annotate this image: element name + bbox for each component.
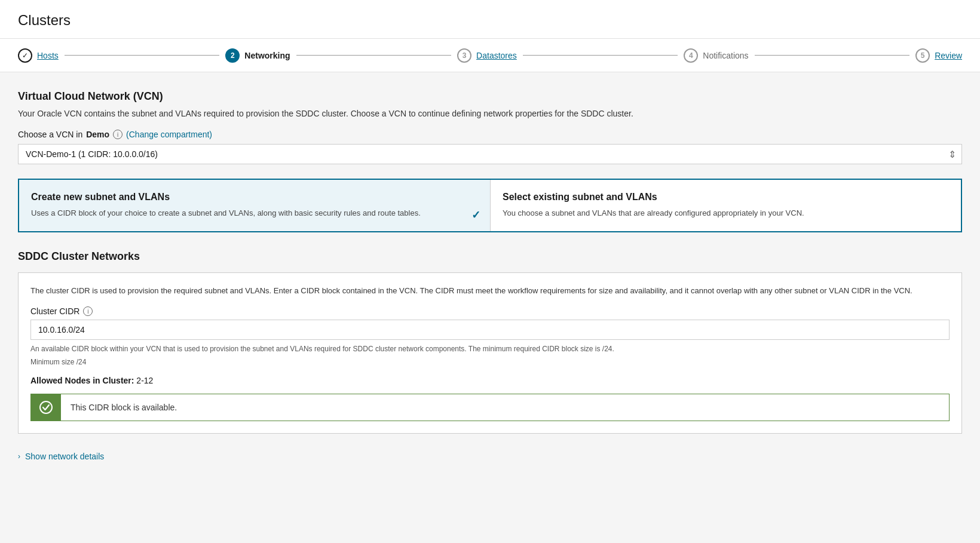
availability-check-icon	[31, 394, 61, 421]
create-new-title: Create new subnet and VLANs	[31, 192, 478, 203]
step-notifications-label: Notifications	[703, 51, 748, 60]
compartment-name: Demo	[86, 130, 109, 139]
connector-4	[755, 55, 910, 56]
step-review-label[interactable]: Review	[935, 51, 962, 60]
chevron-right-icon: ›	[18, 452, 20, 461]
step-hosts-label[interactable]: Hosts	[37, 51, 59, 60]
svg-point-0	[40, 401, 52, 413]
step-notifications-circle: 4	[684, 48, 698, 63]
allowed-nodes-row: Allowed Nodes in Cluster: 2-12	[30, 376, 950, 385]
cidr-label-row: Cluster CIDR i	[30, 306, 950, 316]
show-network-details[interactable]: › Show network details	[18, 446, 962, 467]
allowed-nodes-value-text: 2-12	[136, 376, 153, 385]
availability-text: This CIDR block is available.	[61, 397, 186, 418]
step-networking-label: Networking	[244, 51, 290, 60]
step-review-circle: 5	[915, 48, 930, 63]
connector-3	[523, 55, 678, 56]
compartment-info-icon[interactable]: i	[113, 130, 122, 139]
availability-banner: This CIDR block is available.	[30, 394, 950, 421]
step-networking: 2 Networking	[225, 48, 290, 63]
vcn-select-wrapper: VCN-Demo-1 (1 CIDR: 10.0.0.0/16) ⇕	[18, 144, 962, 164]
sddc-section-title: SDDC Cluster Networks	[18, 250, 962, 263]
choose-vcn-text: Choose a VCN in	[18, 130, 82, 139]
cidr-input[interactable]	[30, 320, 950, 340]
select-existing-title: Select existing subnet and VLANs	[503, 192, 949, 203]
step-networking-circle: 2	[225, 48, 240, 63]
step-datastores-label[interactable]: Datastores	[476, 51, 517, 60]
vcn-select[interactable]: VCN-Demo-1 (1 CIDR: 10.0.0.0/16)	[18, 144, 962, 164]
vcn-section-title: Virtual Cloud Network (VCN)	[18, 90, 962, 103]
create-new-desc: Uses a CIDR block of your choice to crea…	[31, 207, 478, 219]
cidr-hint-1: An available CIDR block within your VCN …	[30, 343, 950, 354]
option-cards-container: Create new subnet and VLANs Uses a CIDR …	[18, 179, 962, 232]
select-existing-desc: You choose a subnet and VLANs that are a…	[503, 207, 949, 219]
step-datastores-circle: 3	[457, 48, 471, 63]
option-card-create-new[interactable]: Create new subnet and VLANs Uses a CIDR …	[19, 180, 490, 231]
sddc-info-text: The cluster CIDR is used to provision th…	[30, 285, 950, 297]
cidr-hint-2: Minimum size /24	[30, 357, 950, 367]
cidr-label-text: Cluster CIDR	[30, 306, 79, 316]
step-datastores[interactable]: 3 Datastores	[457, 48, 517, 63]
connector-1	[65, 55, 220, 56]
vcn-label-row: Choose a VCN in Demo i (Change compartme…	[18, 130, 962, 139]
page-title: Clusters	[0, 0, 980, 39]
step-hosts[interactable]: ✓ Hosts	[18, 48, 59, 63]
show-network-details-label[interactable]: Show network details	[25, 452, 104, 461]
step-review[interactable]: 5 Review	[915, 48, 962, 63]
cidr-info-icon[interactable]: i	[83, 306, 93, 316]
stepper: ✓ Hosts 2 Networking 3 Datastores 4 Noti…	[0, 39, 980, 72]
connector-2	[296, 55, 452, 56]
vcn-section-desc: Your Oracle VCN contains the subnet and …	[18, 108, 962, 120]
option-card-select-existing[interactable]: Select existing subnet and VLANs You cho…	[490, 180, 961, 231]
main-content: Virtual Cloud Network (VCN) Your Oracle …	[0, 72, 980, 543]
change-compartment-link[interactable]: (Change compartment)	[126, 130, 212, 139]
step-notifications: 4 Notifications	[684, 48, 748, 63]
step-hosts-circle: ✓	[18, 48, 32, 63]
sddc-box: The cluster CIDR is used to provision th…	[18, 272, 962, 434]
create-new-checkmark: ✓	[471, 208, 480, 222]
allowed-nodes-label: Allowed Nodes in Cluster:	[30, 376, 134, 385]
